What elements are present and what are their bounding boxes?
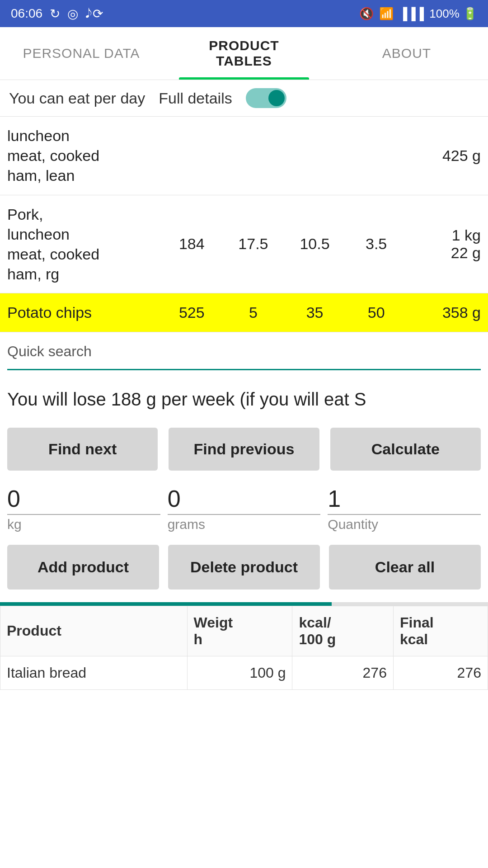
tab-personal-data[interactable]: PERSONAL DATA <box>0 27 163 80</box>
tab-bar: PERSONAL DATA PRODUCTTABLES ABOUT <box>0 27 488 80</box>
eat-per-day-label: You can eat per day <box>9 90 145 107</box>
col-qty: 358 g <box>407 304 481 321</box>
lower-buttons-row: Add product Delete product Clear all <box>0 536 488 599</box>
action-buttons-row: Find next Find previous Calculate <box>0 420 488 478</box>
summary-header-product: Product <box>0 606 188 656</box>
col-val4: 3.5 <box>346 235 407 253</box>
full-details-toggle[interactable] <box>246 88 286 108</box>
tab-about[interactable]: ABOUT <box>325 27 488 80</box>
status-right: 🔇 📶 ▐▐▐ 100% 🔋 <box>359 7 477 21</box>
product-table: luncheonmeat, cookedham, lean 425 g Pork… <box>0 117 488 332</box>
col-val1: 525 <box>161 304 222 321</box>
status-left: 06:06 ↻ ◎ 𝅘𝅥𝅮 ⟳ <box>11 6 103 21</box>
col-qty: 425 g <box>407 147 481 165</box>
full-details-row: You can eat per day Full details <box>0 80 488 117</box>
grams-unit-label: grams <box>168 517 205 532</box>
summary-final-kcal: 276 <box>393 656 488 689</box>
status-bar: 06:06 ↻ ◎ 𝅘𝅥𝅮 ⟳ 🔇 📶 ▐▐▐ 100% 🔋 <box>0 0 488 27</box>
wifi-icon: 📶 <box>379 7 394 21</box>
quantity-input-group: Quantity <box>328 485 481 532</box>
summary-header-kcal100: kcal/100 g <box>292 606 393 656</box>
col-val3: 10.5 <box>284 235 345 253</box>
find-next-button[interactable]: Find next <box>7 428 158 471</box>
calculate-button[interactable]: Calculate <box>330 428 481 471</box>
product-name: luncheonmeat, cookedham, lean <box>7 126 161 186</box>
find-previous-button[interactable]: Find previous <box>169 428 319 471</box>
grams-input-group: grams <box>168 485 321 532</box>
summary-product-name: Italian bread <box>0 656 188 689</box>
refresh-icon: ⟳ <box>93 6 103 21</box>
vpn-icon: ◎ <box>67 6 78 21</box>
table-row: Pork,luncheonmeat, cookedham, rg 184 17.… <box>0 195 488 294</box>
quick-search-section: Quick search <box>0 332 488 375</box>
col-qty: 1 kg22 g <box>407 226 481 262</box>
grams-input[interactable] <box>168 485 321 515</box>
col-val2: 5 <box>222 304 284 321</box>
product-name: Potato chips <box>7 302 161 322</box>
col-val4: 50 <box>346 304 407 321</box>
progress-bar-wrap <box>0 602 488 606</box>
summary-table: Product Weigth kcal/100 g Finalkcal Ital… <box>0 606 488 690</box>
mute-icon: 🔇 <box>359 7 374 21</box>
summary-kcal100: 276 <box>292 656 393 689</box>
quantity-unit-label: Quantity <box>328 517 378 532</box>
signal-icon: ▐▐▐ <box>399 7 424 21</box>
quick-search-label: Quick search <box>7 343 481 360</box>
battery: 100% 🔋 <box>429 7 477 21</box>
table-row-highlighted[interactable]: Potato chips 525 5 35 50 358 g <box>0 293 488 332</box>
add-product-button[interactable]: Add product <box>7 545 159 590</box>
summary-header-weight: Weigth <box>187 606 292 656</box>
sync-icon: ↻ <box>50 6 60 21</box>
clear-all-button[interactable]: Clear all <box>329 545 481 590</box>
col-val2: 17.5 <box>222 235 284 253</box>
summary-header-finalkcal: Finalkcal <box>393 606 488 656</box>
kg-unit-label: kg <box>7 517 22 532</box>
summary-weight: 100 g <box>187 656 292 689</box>
quantity-input[interactable] <box>328 485 481 515</box>
kg-input[interactable] <box>7 485 160 515</box>
col-val3: 35 <box>284 304 345 321</box>
time: 06:06 <box>11 6 42 21</box>
tab-product-tables[interactable]: PRODUCTTABLES <box>163 27 325 80</box>
col-val1: 184 <box>161 235 222 253</box>
progress-bar-fill <box>0 602 332 606</box>
summary-row: Italian bread 100 g 276 276 <box>0 656 488 689</box>
table-row: luncheonmeat, cookedham, lean 425 g <box>0 117 488 195</box>
delete-product-button[interactable]: Delete product <box>168 545 320 590</box>
product-name: Pork,luncheonmeat, cookedham, rg <box>7 204 161 284</box>
toggle-thumb <box>268 90 285 106</box>
weight-loss-message: You will lose 188 g per week (if you wil… <box>0 375 488 420</box>
kg-input-group: kg <box>7 485 160 532</box>
full-details-label: Full details <box>159 90 232 107</box>
input-row: kg grams Quantity <box>0 478 488 536</box>
quick-search-divider <box>7 369 481 370</box>
